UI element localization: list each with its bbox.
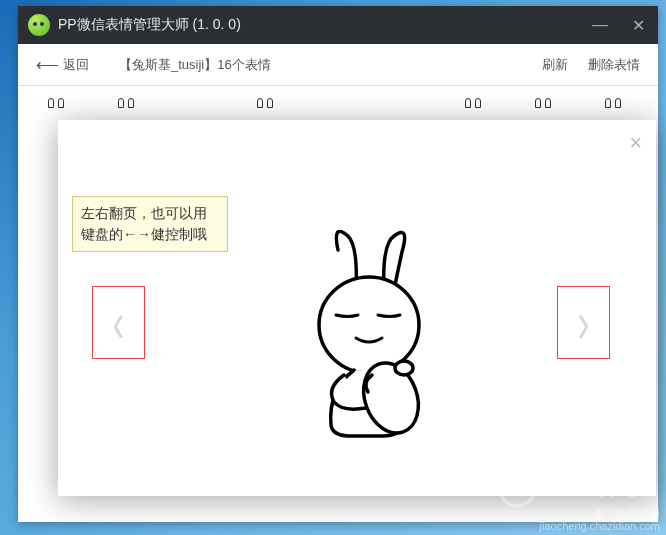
chevron-left-icon[interactable]: ‹	[113, 289, 125, 356]
toolbar: ⟵ 返回 【兔斯基_tusiji】16个表情 刷新 删除表情	[18, 44, 658, 86]
svg-point-2	[395, 361, 413, 375]
sticker-thumb[interactable]	[382, 98, 434, 112]
close-button[interactable]: ✕	[628, 16, 648, 35]
titlebar: PP微信表情管理大师 (1. 0. 0) — ✕	[18, 6, 658, 44]
sticker-thumb[interactable]	[312, 98, 364, 112]
refresh-button[interactable]: 刷新	[542, 56, 568, 74]
app-icon	[28, 14, 50, 36]
toolbar-actions: 刷新 删除表情	[542, 56, 640, 74]
preview-modal: × 左右翻页，也可以用键盘的←→健控制哦 ‹ ›	[58, 120, 656, 496]
brand-watermark-logo: ◯ PP助手	[497, 465, 650, 507]
modal-close-button[interactable]: ×	[629, 130, 642, 156]
svg-point-0	[319, 277, 419, 373]
back-label: 返回	[63, 56, 89, 74]
prev-button-highlight: ‹	[92, 286, 145, 359]
sticker-grid	[18, 86, 658, 112]
sticker-thumb[interactable]	[104, 98, 156, 112]
next-button-highlight: ›	[557, 286, 610, 359]
back-button[interactable]: ⟵ 返回	[36, 55, 89, 74]
window-controls: — ✕	[590, 16, 648, 35]
sticker-thumb[interactable]	[34, 98, 86, 112]
delete-button[interactable]: 删除表情	[588, 56, 640, 74]
hint-tooltip: 左右翻页，也可以用键盘的←→健控制哦	[72, 196, 228, 252]
sticker-thumb[interactable]	[591, 98, 643, 112]
window-title: PP微信表情管理大师 (1. 0. 0)	[58, 16, 590, 34]
sticker-thumb[interactable]	[451, 98, 503, 112]
watermark-url: jiaocheng.chazidian.com	[540, 520, 660, 533]
sticker-thumb[interactable]	[173, 98, 225, 112]
sticker-preview-image	[276, 230, 462, 438]
watermark-site: 查字典教程网	[540, 507, 660, 520]
breadcrumb: 【兔斯基_tusiji】16个表情	[119, 56, 542, 74]
app-window: PP微信表情管理大师 (1. 0. 0) — ✕ ⟵ 返回 【兔斯基_tusij…	[18, 6, 658, 522]
sticker-thumb[interactable]	[243, 98, 295, 112]
site-watermark: 查字典教程网 jiaocheng.chazidian.com	[540, 507, 660, 533]
back-arrow-icon: ⟵	[36, 55, 59, 74]
minimize-button[interactable]: —	[590, 16, 610, 35]
sticker-thumb[interactable]	[521, 98, 573, 112]
chevron-right-icon[interactable]: ›	[578, 289, 590, 356]
